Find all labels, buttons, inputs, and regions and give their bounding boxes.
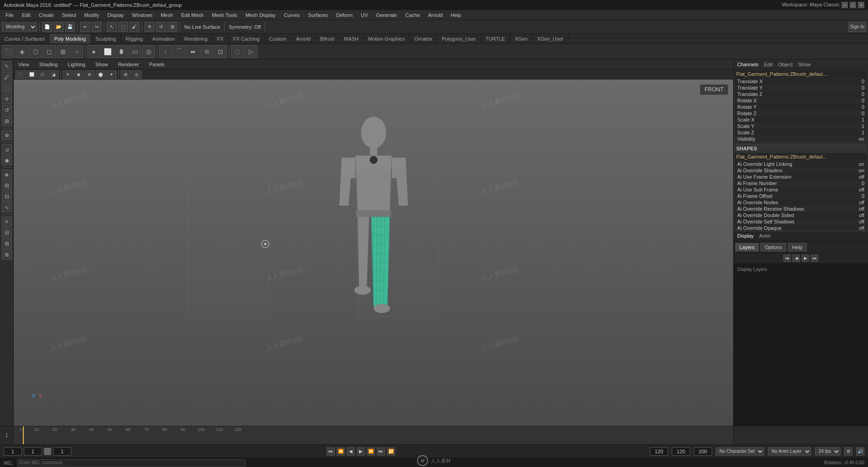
transport-step-forward[interactable]: ⏩ [367,447,375,456]
open-scene-button[interactable]: 📂 [54,22,64,32]
select-tool-button[interactable]: ↖ [107,22,117,32]
channel-row-sz[interactable]: Scale Z 1 [734,129,867,136]
transport-play[interactable]: ▶ [357,447,365,456]
mel-input[interactable] [17,459,246,467]
shape-row-ai-override-self-shadows[interactable]: Ai Override Self Shadows off [734,218,867,225]
shelf-icon-smooth[interactable]: ◌ [231,45,244,58]
viewport-menu-lighting[interactable]: Lighting [65,62,88,67]
tool-grid-1[interactable]: ⊞ [2,180,12,191]
frame-start-field[interactable] [53,447,71,456]
vp-icon-2[interactable]: ⬜ [27,70,37,79]
save-scene-button[interactable]: 💾 [65,22,75,32]
shelf-icon-cylinder[interactable]: ⬮ [115,45,128,58]
vp-grid-toggle[interactable]: ⊞ [121,70,131,79]
menu-mesh-tools[interactable]: Mesh Tools [208,11,241,19]
shelf-icon-select-face[interactable]: ⬡ [29,45,42,58]
shelf-tab-motion-graphics[interactable]: Motion Graphics [364,34,410,43]
shape-row-ai-use-sub-frame[interactable]: Ai Use Sub Frame off [734,186,867,193]
viewport-menu-panels[interactable]: Panels [146,62,167,67]
shelf-tab-polygons-user[interactable]: Polygons_User [437,34,481,43]
maximize-button[interactable]: □ [850,2,856,8]
panel-btn-help[interactable]: Help [788,243,807,251]
transport-step-back[interactable]: ⏪ [337,447,345,456]
tool-scale[interactable]: ⊞ [2,116,12,126]
paint-select-button[interactable]: 🖌 [129,22,139,32]
shelf-tab-animation[interactable]: Animation [148,34,180,43]
panel-tab-channels[interactable]: Channels [737,62,758,67]
menu-edit[interactable]: Edit [18,11,34,19]
tool-layers-4[interactable]: ≣ [2,249,12,260]
minimize-button[interactable]: − [841,2,848,8]
tool-snap[interactable]: ⊿ [2,144,12,154]
panel-nav-next[interactable]: ▶ [802,255,809,262]
panel-nav-prev[interactable]: ◀ [793,255,800,262]
channel-row-rz[interactable]: Rotate Z 0 [734,110,867,117]
shape-row-ai-override-shaders[interactable]: Ai Override Shaders on [734,167,867,174]
shelf-icon-select-uv[interactable]: ◻ [43,45,56,58]
shelf-icon-select-edge[interactable]: ◈ [16,45,28,58]
shelf-icon-plane[interactable]: ▭ [129,45,141,58]
shelf-tab-fx-caching[interactable]: FX Caching [229,34,264,43]
channel-row-sy[interactable]: Scale Y 1 [734,123,867,129]
playback-settings-button[interactable]: ⚙ [844,447,852,456]
tool-show-hide[interactable]: ◈ [2,170,12,180]
shelf-tab-curves-surfaces[interactable]: Curves / Surfaces [0,34,49,43]
viewport-menu-show[interactable]: Show [93,62,111,67]
shape-row-ai-use-frame-ext[interactable]: Ai Use Frame Extension off [734,174,867,180]
panel-btn-layers[interactable]: Layers [735,243,759,251]
shelf-icon-extrude[interactable]: ↑ [159,45,172,58]
new-scene-button[interactable]: 📄 [42,22,52,32]
shelf-tab-poly-modeling[interactable]: Poly Modeling [49,34,91,43]
menu-create[interactable]: Create [35,11,58,19]
channel-row-vis[interactable]: Visibility on [734,136,867,142]
shelf-tab-turtle[interactable]: TURTLE [481,34,510,43]
viewport-menu-renderer[interactable]: Renderer [115,62,142,67]
channel-row-ry[interactable]: Rotate Y 0 [734,104,867,110]
tool-grid-2[interactable]: ⊟ [2,191,12,202]
tool-layers-3[interactable]: ⊞ [2,239,12,249]
shelf-icon-toggle[interactable]: ▷ [245,45,257,58]
channel-row-sx[interactable]: Scale X 1 [734,117,867,123]
vp-icon-render[interactable]: ◪ [48,70,59,79]
menu-surfaces[interactable]: Surfaces [305,11,332,19]
menu-mesh[interactable]: Mesh [157,11,177,19]
shelf-tab-rigging[interactable]: Rigging [121,34,148,43]
shelf-tab-arnold[interactable]: Arnold [291,34,316,43]
panel-tab-show[interactable]: Show [798,62,811,67]
tool-soft-select[interactable]: ◉ [2,155,12,165]
panel-tab-object[interactable]: Object [778,62,793,67]
menu-modify[interactable]: Modify [80,11,102,19]
transport-goto-end[interactable]: ⏭ [377,447,385,456]
tool-lasso[interactable]: ⬚ [2,83,12,93]
vp-icon-7[interactable]: ⊕ [85,70,95,79]
undo-button[interactable]: ↩ [80,22,90,32]
shape-row-ai-frame-number[interactable]: Ai Frame Number 0 [734,180,867,186]
mode-dropdown[interactable]: Modeling Rigging Animation FX Rendering … [2,22,37,32]
tool-layers-2[interactable]: ⊟ [2,228,12,238]
tool-move[interactable]: ✛ [2,94,12,104]
shelf-icon-sphere[interactable]: ● [87,45,100,58]
vp-icon-9[interactable]: ✦ [107,70,117,79]
menu-curves[interactable]: Curves [280,11,304,19]
vp-icon-1[interactable]: ⬛ [16,70,26,79]
viewport-menu-view[interactable]: View [16,62,32,67]
vp-icon-6[interactable]: ◉ [74,70,84,79]
shelf-tab-xgen-user[interactable]: XGen_User [533,34,568,43]
character-set-dropdown[interactable]: No Character Set [716,447,764,456]
current-frame-input[interactable] [24,447,42,456]
shelf-tab-mash[interactable]: MASH [339,34,364,43]
frame-max-input[interactable] [694,447,712,456]
panel-nav-first[interactable]: ⏮ [783,255,791,262]
tool-rotate[interactable]: ↺ [2,105,12,115]
shelf-icon-bridge[interactable]: ⬌ [187,45,199,58]
tool-universal[interactable]: ⊕ [2,130,12,140]
rotate-tool-button[interactable]: ↺ [156,22,166,32]
shelf-icon-torus[interactable]: ◎ [142,45,155,58]
shape-row-ai-override-opaque[interactable]: Ai Override Opaque off [734,225,867,231]
menu-deform[interactable]: Deform [332,11,356,19]
menu-edit-mesh[interactable]: Edit Mesh [177,11,207,19]
shelf-tab-bifrost[interactable]: Bifrost [316,34,339,43]
shelf-tab-fx[interactable]: FX [213,34,229,43]
shape-row-ai-override-double-sided[interactable]: Ai Override Double Sided off [734,212,867,218]
close-button[interactable]: × [858,2,864,8]
